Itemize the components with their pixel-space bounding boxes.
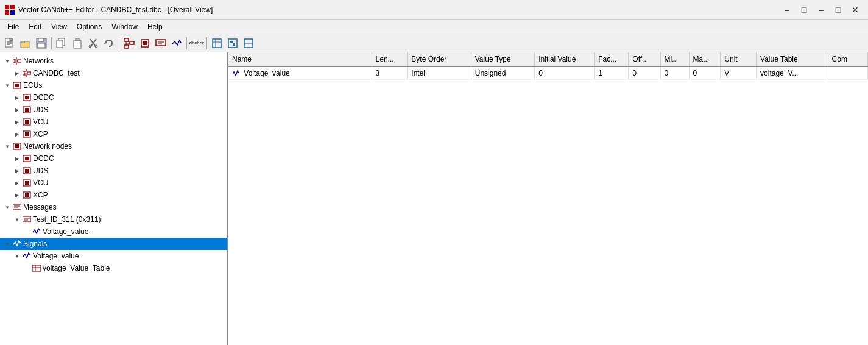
col-header-offset[interactable]: Off... [629,52,660,66]
tree-label-dcdc1: DCDC [33,93,54,102]
col-header-maximum[interactable]: Ma... [689,52,721,66]
svg-rect-13 [57,40,63,48]
toolbar-dbc-hex-button[interactable]: dbc hex [189,36,204,51]
cell-value-table: voltage_V... [757,66,828,80]
expander-ecus[interactable]: ▼ [2,80,12,90]
tree-item-network-nodes[interactable]: ▼ Network nodes [0,140,227,152]
toolbar-message-button[interactable] [153,36,168,51]
expander-vcu2[interactable]: ▶ [12,178,22,188]
expander-uds1[interactable]: ▶ [12,105,22,115]
expander-candbc-test[interactable]: ▶ [12,68,22,78]
maximize-button[interactable]: □ [830,2,846,18]
tree-item-ecus[interactable]: ▼ ECUs [0,79,227,91]
tree-item-vcu1[interactable]: ▶ VCU [0,116,227,128]
menu-options[interactable]: Options [72,21,107,32]
col-header-comment[interactable]: Com [828,52,867,66]
table-row[interactable]: Voltage_value 3 Intel Unsigned 0 1 0 0 0… [228,66,868,80]
tree-item-vcu2[interactable]: ▶ VCU [0,177,227,189]
vcu1-icon [22,117,32,127]
col-header-initial-value[interactable]: Initial Value [535,52,595,66]
toolbar-ecu-button[interactable] [138,36,152,51]
col-header-value-table[interactable]: Value Table [757,52,828,66]
expander-voltage-value-table [22,263,32,273]
menu-edit[interactable]: Edit [24,21,46,32]
expander-dcdc1[interactable]: ▶ [12,93,22,102]
tree-label-voltage-value-sig: Voltage_value [33,252,79,260]
col-header-unit[interactable]: Unit [721,52,757,66]
xcp1-icon [22,129,32,139]
svg-rect-11 [38,43,45,48]
tree-item-voltage-value-msg[interactable]: Voltage_value [0,226,227,238]
tree-item-voltage-value-table[interactable]: voltage_Value_Table [0,262,227,274]
tree-item-xcp2[interactable]: ▶ XCP [0,189,227,201]
svg-rect-45 [23,75,26,77]
expander-messages[interactable]: ▼ [2,202,12,212]
expander-voltage-value-sig[interactable]: ▼ [12,251,22,261]
svg-rect-36 [233,43,235,46]
window-title: Vector CANdb++ Editor - CANDBC_test.dbc … [18,5,213,14]
toolbar-network-button[interactable] [122,36,136,51]
close-button[interactable]: ✕ [847,2,863,18]
toolbar-undo-button[interactable] [102,36,116,51]
col-header-byte-order[interactable]: Byte Order [408,52,471,66]
expander-dcdc2[interactable]: ▶ [12,154,22,163]
menu-help[interactable]: Help [143,21,168,32]
expander-xcp1[interactable]: ▶ [12,129,22,139]
svg-rect-2 [5,10,9,15]
tree-label-uds1: UDS [33,105,48,114]
inner-maximize-button[interactable]: □ [796,2,812,18]
svg-rect-41 [18,60,21,62]
col-header-value-type[interactable]: Value Type [471,52,534,66]
tree-item-signals[interactable]: ▼ Signals [0,238,227,250]
toolbar-filter1-button[interactable] [210,36,224,51]
col-header-length[interactable]: Len... [372,52,408,66]
toolbar-copy-button[interactable] [54,36,69,51]
tree-item-dcdc1[interactable]: ▶ DCDC [0,91,227,104]
tree-item-test-id-311[interactable]: ▼ Test_ID_311 (0x311) [0,213,227,226]
toolbar-save-button[interactable] [34,36,49,51]
col-header-minimum[interactable]: Mi... [660,52,689,66]
minimize-button[interactable]: – [813,2,829,18]
tree-item-voltage-value-sig[interactable]: ▼ Voltage_value [0,250,227,262]
title-bar-left: Vector CANdb++ Editor - CANDBC_test.dbc … [5,5,213,15]
tree-item-candbc-test[interactable]: ▶ CANDBC_test [0,67,227,79]
expander-network-nodes[interactable]: ▼ [2,141,12,151]
expander-uds2[interactable]: ▶ [12,166,22,176]
tree-item-uds1[interactable]: ▶ UDS [0,104,227,116]
expander-test-id-311[interactable]: ▼ [12,215,22,224]
menu-view[interactable]: View [46,21,72,32]
inner-minimize-button[interactable]: – [779,2,795,18]
expander-networks[interactable]: ▼ [2,56,12,66]
col-header-factor[interactable]: Fac... [595,52,629,66]
uds1-icon [22,105,32,115]
toolbar-cut-button[interactable] [86,36,101,51]
cell-maximum: 0 [689,66,721,80]
svg-rect-23 [130,41,134,44]
app-icon [5,5,15,15]
tree-label-xcp1: XCP [33,130,48,138]
col-header-name[interactable]: Name [228,52,372,66]
menu-window[interactable]: Window [107,21,143,32]
cell-byte-order: Intel [408,66,471,80]
toolbar-new-button[interactable] [2,36,17,51]
expander-signals[interactable]: ▼ [2,239,12,249]
window-controls[interactable]: – □ – □ ✕ [779,2,863,18]
tree-item-networks[interactable]: ▼ Networks [0,55,227,67]
tree-panel: ▼ Networks ▶ CANDBC_test ▼ ECUs [0,52,228,345]
svg-rect-39 [13,57,16,59]
expander-vcu1[interactable]: ▶ [12,117,22,127]
tree-label-dcdc2: DCDC [33,154,54,163]
expander-xcp2[interactable]: ▶ [12,190,22,200]
expander-voltage-value-msg [22,227,32,237]
menu-file[interactable]: File [2,21,24,32]
toolbar-open-button[interactable] [18,36,33,51]
tree-item-xcp1[interactable]: ▶ XCP [0,128,227,140]
toolbar-filter3-button[interactable] [241,36,256,51]
toolbar-paste-button[interactable] [70,36,85,51]
tree-item-uds2[interactable]: ▶ UDS [0,165,227,177]
toolbar-filter2-button[interactable] [225,36,240,51]
tree-item-messages[interactable]: ▼ Messages [0,201,227,213]
toolbar-signal-button[interactable] [169,36,184,51]
tree-item-dcdc2[interactable]: ▶ DCDC [0,152,227,165]
xcp2-icon [22,190,32,200]
